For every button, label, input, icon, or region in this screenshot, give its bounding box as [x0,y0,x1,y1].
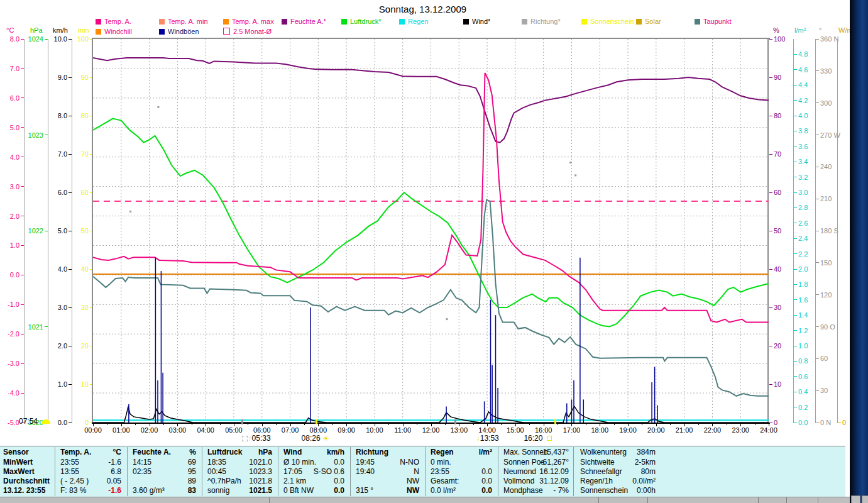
table-header-unit: % [128,448,196,457]
axis-label-lm2: 1.6 [798,296,808,304]
x-tick [234,424,234,426]
axis-label-min: 10 [65,380,89,388]
table-row-label: Sensor [3,448,29,457]
legend-item-regen: Regen [399,18,428,25]
axis-label-lm2: 1.8 [798,280,808,288]
legend-label: 2.5 Monat-Ø [233,28,272,35]
direction-dot [157,106,159,108]
x-tick-label: 11:00 [388,426,417,434]
x-tick-minor [332,424,333,425]
table-cell-value: -1.6 [55,486,121,495]
axis-label-kmh: 4.0 [44,265,67,273]
table-row-label: MaxWert [3,467,35,477]
sensor-summary-table: SensorMinWertMaxWertDurchschnitt13.12. 2… [0,446,845,497]
axis-unit-degC: °C [6,26,14,34]
legend-label: Solar [645,18,661,25]
dawn-time-label: 07:54 [19,417,50,426]
direction-dot [569,162,571,163]
x-tick-minor [445,424,446,425]
axis-label-kmh: 8.0 [44,112,67,119]
legend-swatch-wind [463,19,469,25]
table-cell-value: 80m [574,467,656,477]
table-cell-value: 69 [128,458,196,467]
table-header-unit: l/m² [426,448,492,457]
axis-tick-degC [21,334,24,334]
x-tick-minor [501,424,502,425]
axis-tick-deg [816,358,819,359]
axis-label-lm2: 0.0 [798,419,808,426]
legend-swatch-2-5-monat [223,28,230,35]
axis-label-lm2: 0.6 [798,373,808,380]
table-cell-value: 95 [128,467,196,477]
x-tick-label: 00:00 [79,426,107,434]
axis-label-degC: -4.0 [0,389,19,397]
statusbar-divider [786,497,787,503]
axis-label-pct: 50 [774,227,781,235]
axis-tick-deg [816,102,819,103]
table-cell-value: - 7% [498,486,569,495]
axis-label-lm2: 4.4 [798,81,808,89]
axis-label-degC: 7.0 [0,65,19,72]
legend-item-feuchte-a: Feuchte A.* [282,18,326,25]
axis-label-hPa: 1024 [20,35,43,43]
x-tick-minor [248,424,248,425]
axis-tick-deg [816,262,819,263]
axis-tick-lm2 [794,423,797,423]
table-cell-value: 83 [128,486,196,495]
table-cell-value: -1.6 [55,458,121,467]
axis-label-pct: 10 [774,380,781,388]
axis-label-degC: 5.0 [0,124,19,131]
x-tick-label: 24:00 [754,426,783,434]
axis-tick-lm2 [794,207,797,208]
axis-label-lm2: 2.2 [798,250,808,258]
legend-item-richtung: Richtung* [522,18,561,25]
axis-label-degC: 1.0 [0,241,19,249]
status-bar [0,497,850,503]
axis-label-min: 100 [65,35,89,43]
x-tick [684,424,685,426]
axis-tick-pct [769,346,772,346]
axis-tick-pct [769,231,772,231]
axis-tick-pct [769,307,772,308]
x-tick-minor [642,424,642,425]
x-tick-label: 14:00 [473,426,502,434]
table-cell-value: 0.0 [278,458,344,467]
window-fragment [862,495,868,503]
statusbar-divider [269,497,270,503]
axis-tick-degC [21,275,24,275]
event-axis-mark [554,419,556,424]
axis-tick-deg [816,231,819,231]
axis-tick-degC [21,393,24,394]
axis-tick-deg [816,294,819,295]
legend-swatch-solar [636,19,642,25]
axis-label-min: 20 [65,342,89,350]
x-tick-label: 03:00 [163,426,192,434]
axis-tick-lm2 [794,346,797,346]
x-tick-minor [220,424,221,425]
table-cell-value: 0.0 [278,486,344,495]
legend-item-luftdruck: Luftdruck* [341,18,382,25]
x-tick [177,424,178,426]
axis-label-pct: 90 [774,74,781,81]
legend-label: Windböen [168,28,199,35]
table-cell-value: N [351,467,419,477]
legend-item-windchill: Windchill [96,28,132,35]
chart-plot [93,39,769,423]
axis-tick-degC [21,304,24,305]
legend-label: Luftdruck* [350,18,382,25]
table-cell-value: 0:00h [574,486,656,495]
x-tick [712,424,713,426]
axis-label-kmh: 3.0 [44,304,67,311]
axis-tick-lm2 [794,253,797,254]
axis-tick-lm2 [794,100,797,101]
axis-label-lm2: 1.4 [798,311,808,319]
x-tick-minor [417,424,417,425]
annotation-time: 16:20 [524,434,542,443]
x-tick-label: 04:00 [191,426,220,434]
axis-tick-pct [769,77,772,78]
legend-swatch-taupunkt [695,19,700,25]
axis-label-lm2: 1.0 [798,342,808,350]
x-tick-label: 07:00 [276,426,305,434]
axis-tick-deg [816,199,819,199]
x-tick-label: 23:00 [726,426,755,434]
